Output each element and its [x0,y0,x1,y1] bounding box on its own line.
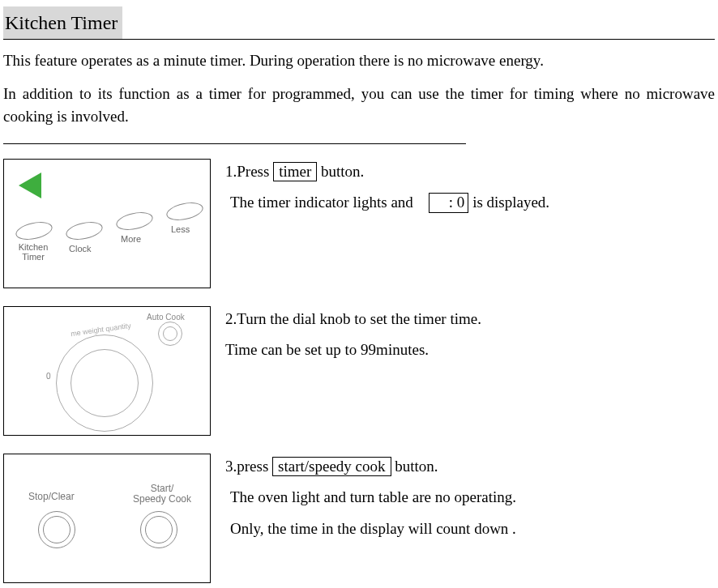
figure-dial: Auto Cook me weight quantity 0 [3,306,211,436]
start-speedy-button-box: start/speedy cook [272,457,391,477]
page-title: Kitchen Timer [3,6,122,39]
step2-line1: 2.Turn the dial knob to set the timer ti… [225,308,715,331]
stop-clear-button-icon [38,511,75,548]
step-1: Kitchen Timer Clock More Less 1.Press ti… [3,159,715,288]
timer-button-box: timer [273,162,317,182]
step2-line2: Time can be set up to 99minutes. [225,339,715,362]
less-oval-icon [165,199,204,223]
step3-line2: The oven light and turn table are no ope… [225,486,715,509]
clock-label: Clock [69,244,92,254]
pointer-icon [19,173,41,198]
dial-inner-icon [71,349,139,417]
dial-zero-label: 0 [46,370,51,382]
step3-line1: 3.press start/speedy cook button. [225,455,715,479]
step1-line1: 1.Press timer button. [225,160,715,184]
less-label: Less [171,224,190,234]
more-label: More [121,234,141,244]
figure-start-stop: Stop/Clear Start/ Speedy Cook [3,454,211,583]
start-inner-icon [145,516,173,543]
kitchen-timer-label: Kitchen Timer [12,242,54,262]
intro-paragraph-1: This feature operates as a minute timer.… [3,49,715,73]
figure-control-panel: Kitchen Timer Clock More Less [3,159,211,288]
start-button-icon [140,511,177,548]
step-3: Stop/Clear Start/ Speedy Cook 3.press st… [3,454,715,583]
step1-line2: The timer indicator lights and : 0 is di… [225,191,715,215]
step3-line3: Only, the time in the display will count… [225,518,715,541]
clock-oval-icon [64,219,104,242]
step-2: Auto Cook me weight quantity 0 2.Turn th… [3,306,715,436]
more-oval-icon [114,209,154,232]
stop-clear-label: Stop/Clear [28,492,75,502]
stop-clear-inner-icon [43,516,71,543]
intro-paragraph-2: In addition to its function as a timer f… [3,83,715,129]
auto-cook-button-inner-icon [163,326,177,341]
section-divider [3,143,466,144]
display-value-box: : 0 [429,193,469,213]
auto-cook-label: Auto Cook [147,311,185,323]
start-speedy-label: Start/ Speedy Cook [126,484,199,505]
kitchen-timer-oval-icon [14,219,53,242]
